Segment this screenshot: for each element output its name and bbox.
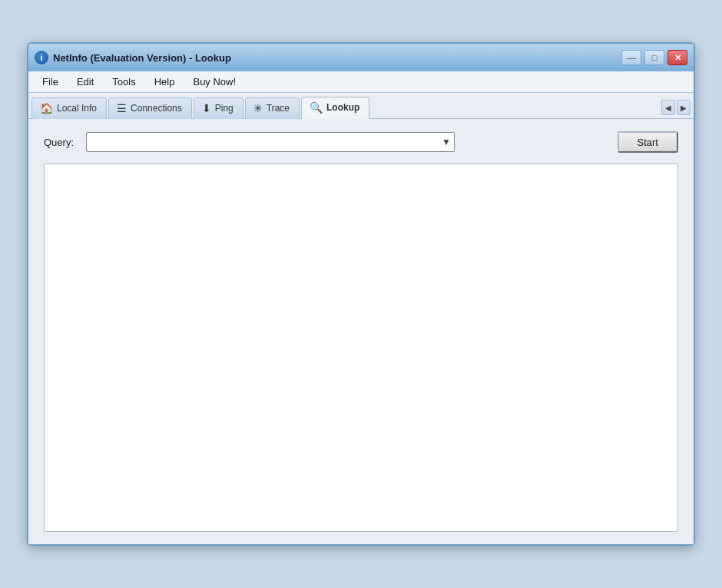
tab-scroll-controls: ◀ ▶ <box>661 100 691 118</box>
tab-connections-label: Connections <box>131 103 182 114</box>
start-button[interactable]: Start <box>618 131 678 153</box>
minimize-button[interactable]: — <box>621 50 641 65</box>
connections-icon: ☰ <box>117 102 127 114</box>
combobox-arrow-icon: ▼ <box>442 137 451 147</box>
close-button[interactable]: ✕ <box>667 50 687 65</box>
tab-trace-label: Trace <box>267 103 290 114</box>
tab-ping[interactable]: ⬇ Ping <box>194 97 243 119</box>
content-area: Query: ▼ Start <box>28 119 694 544</box>
tab-scroll-next[interactable]: ▶ <box>677 100 691 115</box>
tab-ping-label: Ping <box>215 103 233 114</box>
query-label: Query: <box>44 137 78 148</box>
tab-connections[interactable]: ☰ Connections <box>108 97 192 119</box>
menu-tools[interactable]: Tools <box>104 74 143 90</box>
query-combobox[interactable]: ▼ <box>86 132 455 152</box>
tab-trace[interactable]: ✳ Trace <box>245 97 300 119</box>
ping-icon: ⬇ <box>202 102 211 114</box>
output-area <box>44 164 678 532</box>
window-title: NetInfo (Evaluation Version) - Lookup <box>53 52 231 64</box>
app-window: i NetInfo (Evaluation Version) - Lookup … <box>27 42 695 546</box>
app-icon: i <box>35 51 48 64</box>
tab-scroll-prev[interactable]: ◀ <box>661 100 675 115</box>
menu-edit[interactable]: Edit <box>69 74 101 90</box>
menu-buynow[interactable]: Buy Now! <box>185 74 243 90</box>
tab-local-info[interactable]: 🏠 Local Info <box>31 97 107 119</box>
tab-lookup-label: Lookup <box>326 102 359 113</box>
menu-file[interactable]: File <box>35 74 66 90</box>
maximize-button[interactable]: □ <box>644 50 664 65</box>
tab-lookup[interactable]: 🔍 Lookup <box>301 97 369 119</box>
trace-icon: ✳ <box>253 102 263 114</box>
tabbar: 🏠 Local Info ☰ Connections ⬇ Ping ✳ Trac… <box>28 93 694 119</box>
tab-local-info-label: Local Info <box>57 103 97 114</box>
window-controls: — □ ✕ <box>621 50 687 65</box>
query-row: Query: ▼ Start <box>44 131 678 153</box>
titlebar-left: i NetInfo (Evaluation Version) - Lookup <box>35 51 231 64</box>
local-info-icon: 🏠 <box>40 102 53 114</box>
menubar: File Edit Tools Help Buy Now! <box>28 71 694 93</box>
menu-help[interactable]: Help <box>147 74 183 90</box>
titlebar: i NetInfo (Evaluation Version) - Lookup … <box>28 44 694 71</box>
lookup-icon: 🔍 <box>310 101 323 114</box>
